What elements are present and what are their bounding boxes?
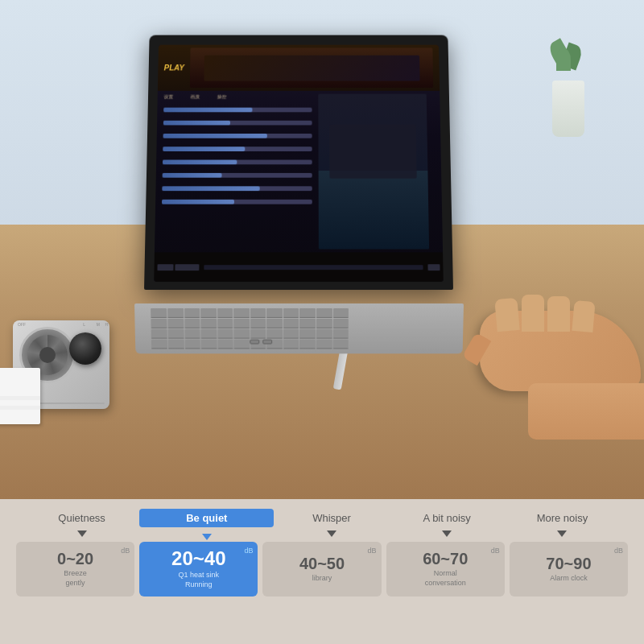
laptop-screen: PLAY 设置 — [154, 45, 444, 282]
info-panel: Quietness Be quiet Whisper A bit noisy M… — [0, 499, 644, 644]
desc-be-quiet: Q1 heat sinkRunning — [179, 571, 220, 589]
arrow-down-more-noisy — [557, 530, 567, 537]
vase-decoration — [544, 40, 592, 137]
menu-item-row — [163, 130, 312, 141]
game-menu-area: 设置 画质 操控 — [155, 91, 444, 253]
laptop-setup: PLAY 设置 — [64, 25, 483, 449]
noise-card-more-noisy[interactable]: dB 70~90 Alarm clock — [510, 542, 628, 597]
noise-cards-row: dB 0~20 Breezegently dB 20~40 Q1 heat si… — [16, 542, 628, 597]
noise-card-whisper[interactable]: dB 40~50 library — [262, 542, 381, 597]
hand-area — [480, 295, 644, 440]
menu-item-row — [163, 105, 312, 115]
laptop-screen-frame: PLAY 设置 — [144, 35, 453, 290]
range-quietness: 0~20 — [57, 550, 93, 568]
mode-be-quiet[interactable]: Be quiet — [139, 509, 274, 527]
range-be-quiet: 20~40 — [171, 548, 225, 569]
arrow-down-a-bit-noisy — [442, 530, 452, 537]
game-scene — [319, 94, 430, 250]
arrow-down-be-quiet — [202, 534, 212, 540]
game-interface: PLAY 设置 — [154, 45, 444, 282]
game-menu-items: 设置 画质 操控 — [161, 94, 313, 250]
desc-whisper: library — [312, 574, 332, 584]
vase-body — [552, 80, 584, 137]
range-whisper: 40~50 — [299, 555, 345, 572]
noise-card-a-bit-noisy[interactable]: dB 60~70 Normalconversation — [386, 542, 505, 597]
arrow-down-whisper — [327, 530, 336, 537]
menu-item-row — [162, 170, 312, 181]
mode-labels-row: Quietness Be quiet Whisper A bit noisy M… — [16, 509, 628, 527]
noise-card-quietness[interactable]: dB 0~20 Breezegently — [16, 542, 134, 597]
menu-item-row — [162, 184, 312, 195]
db-unit-whisper: dB — [368, 547, 377, 555]
hand — [480, 311, 641, 391]
range-a-bit-noisy: 60~70 — [423, 550, 468, 568]
game-top-bar: PLAY — [158, 45, 440, 91]
db-unit-more-noisy: dB — [614, 547, 623, 555]
desc-a-bit-noisy: Normalconversation — [425, 569, 466, 588]
fan-knob[interactable] — [69, 332, 101, 365]
papers-stack — [0, 360, 56, 424]
laptop-base — [134, 303, 464, 354]
mode-quietness[interactable]: Quietness — [24, 512, 139, 524]
menu-item-row — [162, 196, 312, 208]
db-unit-a-bit-noisy: dB — [491, 547, 500, 555]
laptop: PLAY 设置 — [127, 25, 470, 365]
mode-a-bit-noisy[interactable]: A bit noisy — [390, 512, 505, 524]
noise-card-be-quiet[interactable]: dB 20~40 Q1 heat sinkRunning — [139, 542, 258, 597]
db-unit-quietness: dB — [121, 547, 130, 555]
menu-item-row — [163, 144, 312, 155]
mode-more-noisy[interactable]: More noisy — [505, 512, 620, 524]
mode-whisper[interactable]: Whisper — [274, 512, 389, 524]
range-more-noisy: 70~90 — [546, 555, 591, 572]
play-label: PLAY — [164, 64, 184, 72]
menu-item-row — [163, 157, 312, 167]
menu-item-row — [163, 118, 312, 128]
product-photo: PLAY 设置 — [0, 0, 644, 499]
arrow-down-quietness — [77, 530, 87, 537]
desc-quietness: Breezegently — [64, 569, 87, 588]
db-unit-be-quiet: dB — [244, 547, 253, 555]
desc-more-noisy: Alarm clock — [550, 574, 588, 584]
